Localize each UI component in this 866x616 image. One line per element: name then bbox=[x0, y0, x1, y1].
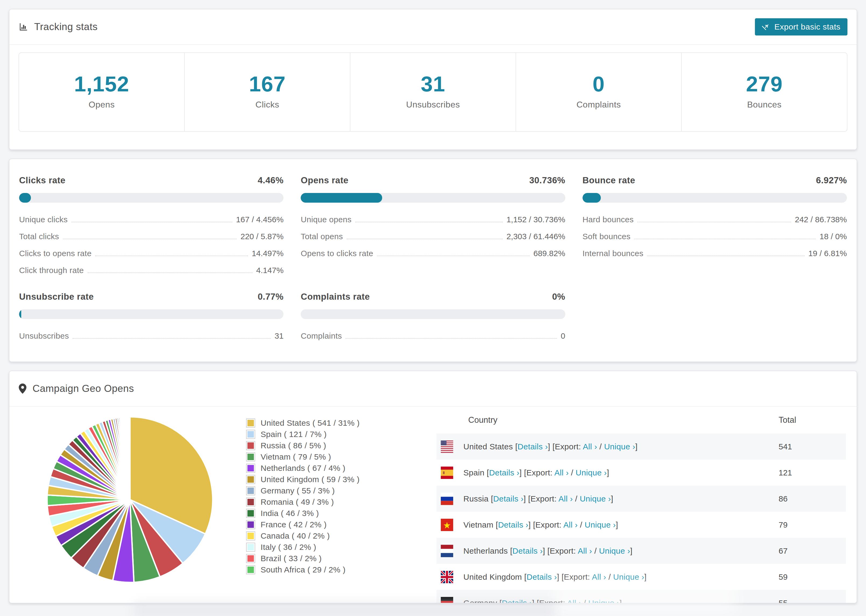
progress-fill bbox=[19, 310, 21, 319]
metric-label: Total clicks bbox=[19, 232, 59, 241]
rate-title: Unsubscribe rate bbox=[19, 292, 94, 302]
export-all-link[interactable]: All › bbox=[567, 599, 581, 603]
legend-label: Spain ( 121 / 7% ) bbox=[261, 430, 327, 439]
export-unique-link[interactable]: Unique › bbox=[585, 520, 616, 529]
legend-item-spain: Spain ( 121 / 7% ) bbox=[246, 429, 436, 440]
export-unique-link[interactable]: Unique › bbox=[599, 546, 630, 555]
dotted-leader bbox=[647, 256, 805, 256]
legend-swatch bbox=[246, 464, 255, 473]
export-all-link[interactable]: All › bbox=[559, 494, 573, 503]
legend-item-vietnam: Vietnam ( 79 / 5% ) bbox=[246, 451, 436, 462]
metric-value: 689.82% bbox=[533, 249, 565, 258]
geo-opens-table: CountryTotalUnited States [Details ›] [E… bbox=[436, 407, 846, 603]
metric-row: Opens to clicks rate689.82% bbox=[301, 249, 565, 258]
summary-box-unsubscribes: 31Unsubscribes bbox=[350, 53, 516, 131]
export-unique-link[interactable]: Unique › bbox=[589, 599, 620, 603]
details-link[interactable]: Details › bbox=[527, 572, 557, 581]
summary-label: Clicks bbox=[185, 100, 350, 110]
legend-swatch bbox=[246, 531, 255, 541]
export-unique-link[interactable]: Unique › bbox=[613, 572, 644, 581]
legend-label: United Kingdom ( 59 / 3% ) bbox=[261, 475, 360, 484]
rates-grid: Clicks rate4.46%Unique clicks167 / 4.456… bbox=[19, 175, 847, 341]
table-row-united-states: United States [Details ›] [Export: All ›… bbox=[436, 434, 846, 460]
export-unique-link[interactable]: Unique › bbox=[576, 468, 607, 477]
metric-value: 19 / 6.81% bbox=[808, 249, 847, 258]
rate-rows: Unique opens1,152 / 30.736%Total opens2,… bbox=[301, 215, 565, 258]
export-all-link[interactable]: All › bbox=[583, 442, 597, 451]
legend-item-france: France ( 42 / 2% ) bbox=[246, 519, 436, 530]
legend-item-netherlands: Netherlands ( 67 / 4% ) bbox=[246, 462, 436, 474]
nl-flag-icon bbox=[441, 545, 453, 557]
geo-legend: United States ( 541 / 31% )Spain ( 121 /… bbox=[246, 407, 436, 575]
legend-swatch bbox=[246, 520, 255, 529]
summary-row: 1,152Opens167Clicks31Unsubscribes0Compla… bbox=[19, 52, 847, 132]
metric-value: 2,303 / 61.446% bbox=[506, 232, 565, 241]
rate-rows: Complaints0 bbox=[301, 332, 565, 341]
legend-swatch bbox=[246, 418, 255, 427]
metric-label: Hard bounces bbox=[583, 215, 634, 224]
metric-label: Internal bounces bbox=[583, 249, 644, 258]
legend-item-russia: Russia ( 86 / 5% ) bbox=[246, 440, 436, 451]
rates-card: Clicks rate4.46%Unique clicks167 / 4.456… bbox=[9, 159, 857, 362]
geo-card: Campaign Geo Opens United States ( 541 /… bbox=[9, 371, 857, 603]
dotted-leader bbox=[63, 239, 237, 239]
legend-item-india: India ( 46 / 3% ) bbox=[246, 508, 436, 519]
details-link[interactable]: Details › bbox=[518, 442, 548, 451]
summary-label: Unsubscribes bbox=[350, 100, 516, 110]
rate-value: 0.77% bbox=[258, 292, 283, 302]
dotted-leader bbox=[72, 338, 271, 339]
export-all-link[interactable]: All › bbox=[592, 572, 606, 581]
metric-row: Internal bounces19 / 6.81% bbox=[583, 249, 847, 258]
rate-section-clicks-rate: Clicks rate4.46%Unique clicks167 / 4.456… bbox=[19, 175, 283, 275]
export-label: Export: bbox=[555, 442, 581, 451]
geo-title: Campaign Geo Opens bbox=[33, 383, 134, 394]
page-title: Tracking stats bbox=[34, 21, 98, 33]
vn-flag-icon bbox=[441, 519, 453, 531]
de-flag-icon bbox=[441, 597, 453, 603]
table-header-country: Country bbox=[468, 415, 779, 425]
summary-box-clicks: 167Clicks bbox=[185, 53, 350, 131]
table-row-russia: Russia [Details ›] [Export: All › / Uniq… bbox=[436, 486, 846, 512]
legend-item-germany: Germany ( 55 / 3% ) bbox=[246, 485, 436, 497]
country-cell: Germany [Details ›] [Export: All › / Uni… bbox=[463, 599, 779, 603]
legend-swatch bbox=[246, 554, 255, 563]
legend-swatch bbox=[246, 498, 255, 507]
export-icon bbox=[762, 22, 770, 32]
rate-value: 6.927% bbox=[816, 175, 847, 185]
export-basic-stats-button[interactable]: Export basic stats bbox=[755, 18, 847, 36]
total-value: 79 bbox=[779, 520, 846, 530]
export-all-link[interactable]: All › bbox=[564, 520, 578, 529]
dotted-leader bbox=[72, 222, 232, 222]
tracking-stats-title: Tracking stats bbox=[19, 21, 98, 33]
dotted-leader bbox=[88, 272, 252, 273]
details-link[interactable]: Details › bbox=[502, 599, 532, 603]
export-label: Export: bbox=[531, 494, 556, 503]
export-all-link[interactable]: All › bbox=[554, 468, 568, 477]
metric-value: 14.497% bbox=[252, 249, 283, 258]
rate-value: 4.46% bbox=[258, 175, 283, 185]
metric-label: Total opens bbox=[301, 232, 343, 241]
details-link[interactable]: Details › bbox=[493, 494, 524, 503]
geo-pie-chart bbox=[9, 407, 246, 587]
metric-row: Unique clicks167 / 4.456% bbox=[19, 215, 283, 224]
table-row-vietnam: Vietnam [Details ›] [Export: All › / Uni… bbox=[436, 512, 846, 538]
details-link[interactable]: Details › bbox=[489, 468, 520, 477]
details-link[interactable]: Details › bbox=[512, 546, 543, 555]
metric-label: Clicks to opens rate bbox=[19, 249, 91, 258]
metric-value: 18 / 0% bbox=[819, 232, 847, 241]
summary-value: 167 bbox=[185, 73, 350, 95]
export-all-link[interactable]: All › bbox=[578, 546, 592, 555]
legend-label: India ( 46 / 3% ) bbox=[261, 509, 319, 518]
dotted-leader bbox=[346, 338, 557, 339]
summary-label: Opens bbox=[19, 100, 184, 110]
details-link[interactable]: Details › bbox=[498, 520, 529, 529]
export-unique-link[interactable]: Unique › bbox=[580, 494, 611, 503]
export-unique-link[interactable]: Unique › bbox=[604, 442, 635, 451]
summary-box-complaints: 0Complaints bbox=[516, 53, 682, 131]
rate-section-opens-rate: Opens rate30.736%Unique opens1,152 / 30.… bbox=[301, 175, 565, 275]
es-flag-icon bbox=[441, 467, 453, 479]
legend-label: Italy ( 36 / 2% ) bbox=[261, 543, 316, 552]
country-name: Russia bbox=[463, 494, 489, 503]
legend-swatch bbox=[246, 475, 255, 484]
geo-header: Campaign Geo Opens bbox=[9, 371, 857, 407]
